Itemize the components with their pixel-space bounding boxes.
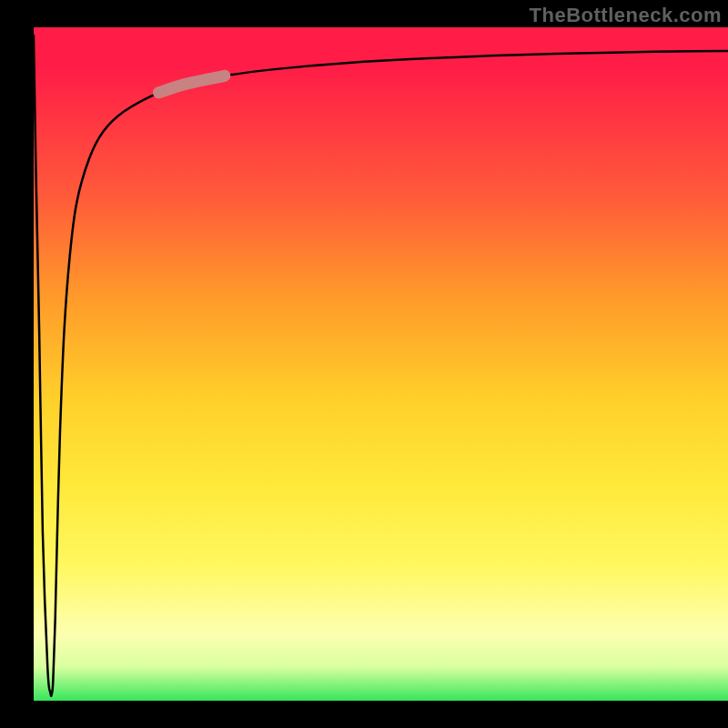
plot-area (34, 27, 728, 701)
chart-frame: TheBottleneck.com (0, 0, 728, 728)
watermark-text: TheBottleneck.com (530, 4, 722, 27)
